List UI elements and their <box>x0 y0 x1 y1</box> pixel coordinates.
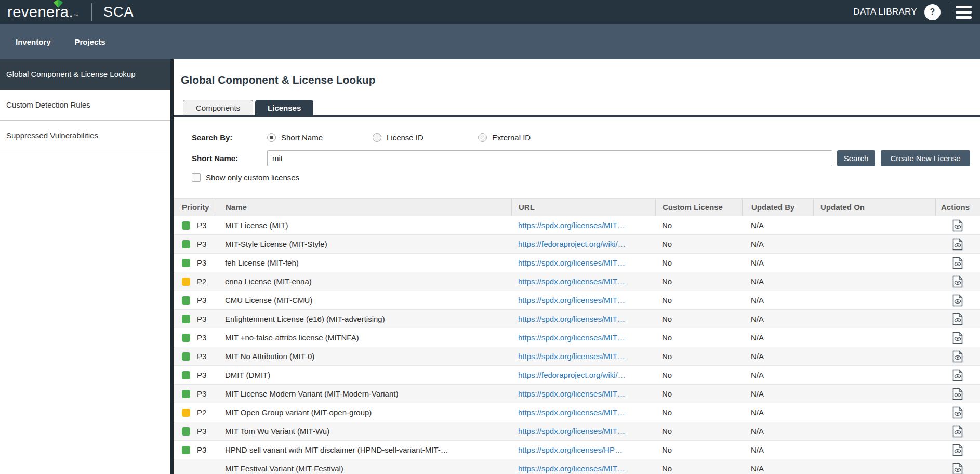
column-header-custom-license: Custom License <box>655 199 742 216</box>
show-only-custom-licenses-checkbox[interactable] <box>192 173 201 182</box>
license-url-link[interactable]: https://spdx.org/licenses/MIT… <box>518 277 625 286</box>
search-by-option-short-name[interactable]: Short Name <box>267 133 373 142</box>
view-document-icon[interactable] <box>952 313 963 325</box>
view-document-icon[interactable] <box>952 406 963 419</box>
view-document-icon[interactable] <box>952 294 963 307</box>
view-document-icon[interactable] <box>952 257 963 269</box>
tab-components[interactable]: Components <box>183 100 253 115</box>
license-url-link[interactable]: https://spdx.org/licenses/HP… <box>518 445 623 454</box>
priority-badge <box>182 240 190 248</box>
url-cell: https://spdx.org/licenses/MIT… <box>511 385 655 403</box>
updated-on-value <box>813 235 935 253</box>
priority-label: P2 <box>197 277 206 286</box>
license-name: MIT License (MIT) <box>216 216 511 234</box>
priority-cell: P3 <box>174 254 216 272</box>
priority-cell <box>174 459 216 474</box>
updated-by-value: N/A <box>742 422 813 440</box>
view-document-icon[interactable] <box>952 238 963 251</box>
radio-button[interactable] <box>478 133 487 142</box>
header-divider <box>948 3 948 21</box>
view-document-icon[interactable] <box>952 444 963 456</box>
license-search-form: Search By: Short NameLicense IDExternal … <box>174 117 980 182</box>
license-url-link[interactable]: https://fedoraproject.org/wiki/… <box>518 240 626 248</box>
table-row: P3MIT No Attribution (MIT-0)https://spdx… <box>174 347 980 365</box>
sidebar-item-global-component-license-lookup[interactable]: Global Component & License Lookup <box>0 59 170 90</box>
help-icon[interactable]: ? <box>924 4 941 20</box>
updated-by-value: N/A <box>742 403 813 422</box>
license-url-link[interactable]: https://spdx.org/licenses/MIT… <box>518 333 625 342</box>
license-url-link[interactable]: https://spdx.org/licenses/MIT… <box>518 427 625 436</box>
priority-cell: P3 <box>174 235 216 253</box>
data-library-link[interactable]: DATA LIBRARY <box>853 7 917 17</box>
radio-button[interactable] <box>267 133 276 142</box>
search-button[interactable]: Search <box>837 150 875 166</box>
license-url-link[interactable]: https://spdx.org/licenses/MIT… <box>518 258 625 267</box>
updated-on-value <box>813 291 935 309</box>
priority-badge <box>182 352 190 361</box>
license-url-link[interactable]: https://fedoraproject.org/wiki/… <box>518 371 626 379</box>
license-name: enna License (MIT-enna) <box>216 272 511 291</box>
priority-label: P3 <box>197 314 206 323</box>
priority-cell: P3 <box>174 385 216 403</box>
license-name: MIT Festival Variant (MIT-Festival) <box>216 459 511 474</box>
url-cell: https://spdx.org/licenses/MIT… <box>511 254 655 272</box>
view-document-icon[interactable] <box>952 219 963 232</box>
search-by-option-license-id[interactable]: License ID <box>373 133 478 142</box>
license-url-link[interactable]: https://spdx.org/licenses/MIT… <box>518 221 625 230</box>
priority-cell: P3 <box>174 328 216 347</box>
table-header-row: PriorityNameURLCustom LicenseUpdated ByU… <box>174 198 980 216</box>
license-url-link[interactable]: https://spdx.org/licenses/MIT… <box>518 352 625 361</box>
create-new-license-button[interactable]: Create New License <box>881 150 970 166</box>
radio-label: License ID <box>387 133 423 142</box>
view-document-icon[interactable] <box>952 369 963 381</box>
license-url-link[interactable]: https://spdx.org/licenses/MIT… <box>518 389 625 398</box>
priority-cell: P2 <box>174 272 216 291</box>
view-document-icon[interactable] <box>952 463 963 474</box>
priority-badge <box>182 371 190 379</box>
view-document-icon[interactable] <box>952 425 963 438</box>
hamburger-menu-icon[interactable] <box>956 5 972 20</box>
priority-badge <box>182 221 190 230</box>
priority-label: P3 <box>197 371 206 379</box>
table-row: P3Enlightenment License (e16) (MIT-adver… <box>174 309 980 328</box>
url-cell: https://spdx.org/licenses/MIT… <box>511 347 655 365</box>
updated-on-value <box>813 254 935 272</box>
actions-cell <box>935 385 980 403</box>
license-name: DMIT (DMIT) <box>216 366 511 384</box>
nav-item-projects[interactable]: Projects <box>75 37 105 46</box>
radio-button[interactable] <box>373 133 381 142</box>
column-header-updated-by: Updated By <box>742 199 813 216</box>
url-cell: https://fedoraproject.org/wiki/… <box>511 366 655 384</box>
view-document-icon[interactable] <box>952 388 963 400</box>
view-document-icon[interactable] <box>952 350 963 363</box>
custom-license-value: No <box>655 459 742 474</box>
updated-by-value: N/A <box>742 216 813 234</box>
short-name-input[interactable] <box>267 150 832 166</box>
updated-by-value: N/A <box>742 347 813 365</box>
sidebar-item-suppressed-vulnerabilities[interactable]: Suppressed Vulnerabilities <box>0 121 170 151</box>
page-title: Global Component & License Lookup <box>181 74 980 86</box>
custom-license-value: No <box>655 385 742 403</box>
product-name: SCA <box>103 4 134 20</box>
updated-on-value <box>813 385 935 403</box>
license-url-link[interactable]: https://spdx.org/licenses/MIT… <box>518 464 625 473</box>
license-url-link[interactable]: https://spdx.org/licenses/MIT… <box>518 314 625 323</box>
table-row: P3MIT Tom Wu Variant (MIT-Wu)https://spd… <box>174 422 980 440</box>
license-url-link[interactable]: https://spdx.org/licenses/MIT… <box>518 296 625 305</box>
actions-cell <box>935 216 980 234</box>
license-name: CMU License (MIT-CMU) <box>216 291 511 309</box>
tab-licenses[interactable]: Licenses <box>255 100 313 115</box>
license-name: MIT Tom Wu Variant (MIT-Wu) <box>216 422 511 440</box>
nav-item-inventory[interactable]: Inventory <box>16 37 51 46</box>
license-url-link[interactable]: https://spdx.org/licenses/MIT… <box>518 408 625 417</box>
priority-cell: P3 <box>174 291 216 309</box>
url-cell: https://spdx.org/licenses/HP… <box>511 441 655 459</box>
priority-label: P3 <box>197 258 206 267</box>
updated-on-value <box>813 441 935 459</box>
actions-cell <box>935 347 980 365</box>
updated-on-value <box>813 403 935 422</box>
view-document-icon[interactable] <box>952 332 963 344</box>
view-document-icon[interactable] <box>952 275 963 288</box>
sidebar-item-custom-detection-rules[interactable]: Custom Detection Rules <box>0 90 170 121</box>
search-by-option-external-id[interactable]: External ID <box>478 133 584 142</box>
